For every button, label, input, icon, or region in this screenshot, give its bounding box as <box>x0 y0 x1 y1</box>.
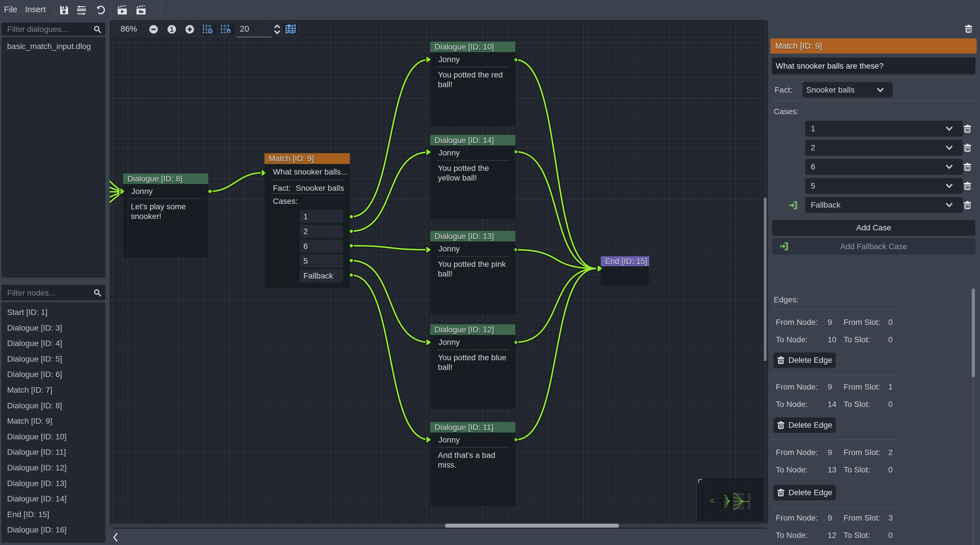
svg-text:1: 1 <box>170 25 173 33</box>
